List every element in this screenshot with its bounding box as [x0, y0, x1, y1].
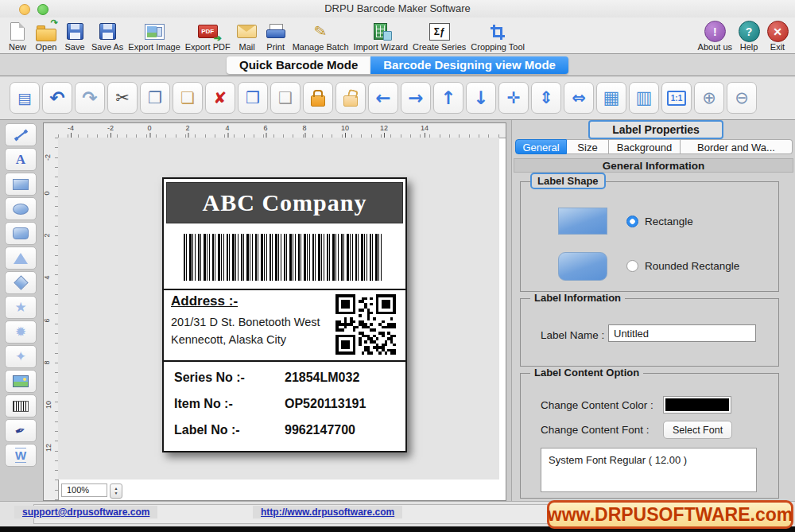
tab-barcode-designing-view-mode[interactable]: Barcode Designing view Mode — [370, 56, 568, 74]
star-tool-button[interactable] — [5, 296, 37, 319]
toolbar-manage-batch[interactable]: Manage Batch — [293, 21, 349, 52]
ruler-tick: 2 — [185, 124, 189, 132]
toolbar-save-as[interactable]: Save As — [91, 21, 123, 52]
measure-button[interactable] — [629, 82, 659, 114]
toolbar-export-pdf[interactable]: Export PDF — [185, 21, 231, 52]
mail-icon — [237, 25, 257, 38]
rounded-rectangle-tool-button[interactable] — [5, 222, 37, 245]
watermark-tool-button[interactable] — [5, 444, 37, 467]
lock-button[interactable] — [303, 82, 333, 114]
send-to-back-button[interactable] — [270, 82, 301, 114]
move-left-button[interactable] — [368, 82, 398, 114]
diamond-tool-button[interactable] — [5, 271, 37, 294]
select-font-button[interactable]: Select Font — [663, 421, 732, 439]
starburst-tool-button[interactable] — [5, 320, 37, 344]
website-link[interactable]: http://www.drpusoftware.com — [253, 506, 402, 518]
label-company-header[interactable]: ABC Company — [166, 182, 403, 223]
ruler-tick: 0 — [43, 191, 51, 195]
copy-button[interactable] — [140, 82, 170, 114]
image-tool-button[interactable] — [5, 370, 37, 393]
four-point-star-icon — [15, 350, 26, 363]
label-design[interactable]: ABC Company Address :- 201/31 D St. Bone… — [162, 177, 407, 452]
move-down-button[interactable] — [466, 82, 496, 114]
zoom-out-button[interactable] — [727, 82, 757, 114]
ruler-tick: 6 — [43, 318, 51, 322]
main-toolbar: New Open Save Save As Export Image Expor… — [0, 17, 795, 54]
content-color-swatch[interactable] — [663, 396, 731, 414]
move-up-button[interactable] — [433, 82, 463, 114]
barcode-tool-button[interactable] — [5, 394, 37, 417]
qr-code[interactable] — [335, 293, 396, 355]
move-right-button[interactable] — [401, 82, 431, 114]
toolbar-label: Manage Batch — [293, 42, 349, 52]
toolbar-create-series[interactable]: Create Series — [413, 21, 466, 52]
toolbar-cropping-tool[interactable]: Cropping Tool — [471, 21, 525, 52]
ruler-tick: 12 — [380, 124, 388, 132]
tab-general[interactable]: General — [515, 139, 567, 154]
toolbar-import-wizard[interactable]: Import Wizard — [354, 21, 408, 52]
toolbar-export-image[interactable]: Export Image — [128, 21, 180, 52]
rectangle-tool-button[interactable] — [5, 173, 37, 196]
exit-icon — [767, 21, 789, 42]
support-email-link[interactable]: support@drpusoftware.com — [14, 506, 157, 518]
radio-rectangle[interactable] — [626, 216, 638, 227]
toolbar-help[interactable]: Help — [737, 21, 761, 52]
ellipse-tool-button[interactable] — [5, 197, 37, 220]
label-properties-panel: Label Properties General Size Background… — [511, 120, 795, 501]
redo-button[interactable] — [75, 82, 105, 114]
center-object-button[interactable] — [498, 82, 529, 114]
tab-border-and-watermark[interactable]: Border and Wa... — [681, 139, 793, 154]
text-tool-button[interactable] — [5, 148, 37, 171]
label-name-input[interactable] — [608, 324, 756, 342]
change-content-font-label: Change Content Font : — [541, 424, 650, 436]
signature-tool-button[interactable] — [5, 419, 37, 442]
four-point-star-tool-button[interactable] — [5, 345, 37, 368]
paste-button[interactable] — [173, 82, 203, 114]
zoom-in-button[interactable] — [694, 82, 724, 114]
align-horizontal-icon — [572, 90, 586, 107]
section-header: General Information — [514, 158, 793, 173]
align-vertical-button[interactable] — [531, 82, 561, 114]
toolbar-new[interactable]: New — [6, 21, 29, 52]
create-series-icon — [429, 23, 450, 41]
toolbar-label: Save As — [91, 42, 123, 52]
align-horizontal-button[interactable] — [564, 82, 594, 114]
cut-button[interactable] — [107, 82, 138, 114]
properties-note-icon — [17, 91, 32, 106]
delete-button[interactable] — [205, 82, 235, 114]
toolbar-save[interactable]: Save — [63, 21, 87, 52]
bring-to-front-button[interactable] — [238, 82, 268, 114]
line-tool-button[interactable] — [5, 123, 37, 146]
panel-tabs: General Size Background Border and Wa... — [515, 139, 793, 154]
zoom-stepper[interactable] — [110, 483, 122, 499]
divider — [164, 289, 405, 290]
toolbar-print[interactable]: Print — [264, 21, 288, 52]
actual-size-button[interactable] — [661, 82, 692, 114]
zoom-control: 100% — [61, 483, 122, 497]
toolbar-open[interactable]: Open — [34, 21, 58, 52]
tab-quick-barcode-mode[interactable]: Quick Barcode Mode — [227, 56, 370, 74]
move-left-icon — [375, 89, 390, 107]
tab-background[interactable]: Background — [609, 139, 681, 154]
label-row-item: Item No :- OP520113191 — [174, 397, 399, 411]
toolbar-about-us[interactable]: About us — [698, 21, 732, 52]
properties-note-button[interactable] — [10, 82, 40, 114]
zoom-value[interactable]: 100% — [61, 483, 107, 497]
watermark-banner: www.DRPUSOFTWARE.com — [547, 500, 793, 529]
label-barcode[interactable] — [184, 234, 383, 281]
radio-rounded-rectangle[interactable] — [626, 260, 638, 272]
toolbar-mail[interactable]: Mail — [235, 21, 259, 52]
label-name-label: Label Name : — [541, 329, 604, 341]
undo-button[interactable] — [42, 82, 72, 114]
unlock-button[interactable] — [335, 82, 366, 114]
open-folder-icon — [36, 29, 56, 41]
workspace: -4 -2 0 2 4 6 8 10 12 14 -2 0 2 4 6 8 10… — [0, 120, 795, 501]
row-value: 9962147700 — [285, 423, 355, 437]
grid-button[interactable] — [596, 82, 626, 114]
toolbar-exit[interactable]: Exit — [766, 21, 789, 52]
label-content-option-group: Label Content Option Change Content Colo… — [520, 373, 779, 499]
cut-icon — [115, 90, 130, 107]
triangle-tool-button[interactable] — [5, 247, 37, 270]
tab-size[interactable]: Size — [567, 139, 609, 154]
design-canvas[interactable]: -4 -2 0 2 4 6 8 10 12 14 -2 0 2 4 6 8 10… — [43, 122, 506, 501]
